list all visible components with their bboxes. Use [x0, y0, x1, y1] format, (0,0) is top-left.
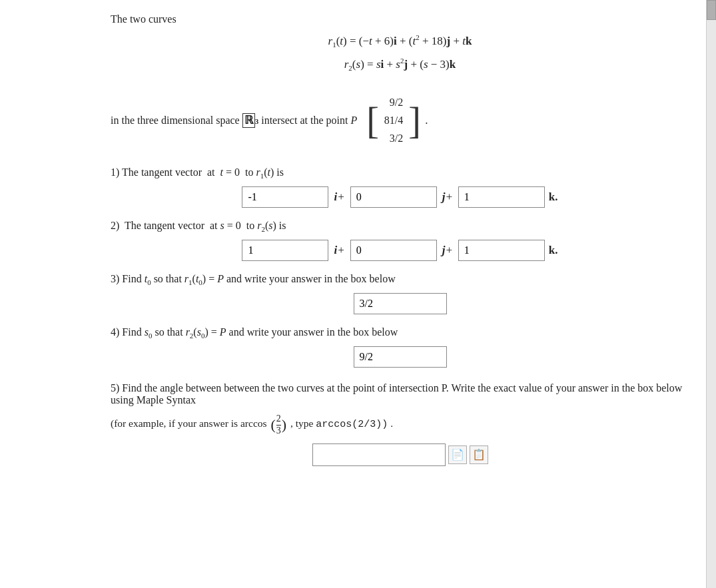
q5-example-mid: , type [290, 418, 316, 430]
matrix-row-2: 81/4 [384, 111, 403, 129]
q2-input-j[interactable] [350, 240, 437, 261]
q1-text: 1) The tangent vector at t = 0 to r1(t) … [111, 166, 284, 178]
q3-input[interactable] [354, 293, 447, 314]
curve1-math: r1(t) = (−t + 6)i + (t2 + 18)j + tk [328, 35, 472, 47]
scrollbar-thumb[interactable] [707, 0, 716, 20]
q5-monospace: arccos(2/3)) [316, 420, 388, 431]
matrix-dot: . [422, 114, 428, 127]
q2-i-label: i+ [334, 244, 344, 257]
q5-input[interactable] [312, 443, 446, 466]
q1-input-i[interactable] [242, 186, 328, 208]
curve1-equation: r1(t) = (−t + 6)i + (t2 + 18)j + tk [111, 33, 689, 49]
q2-answer-row: i+ j+ k. [111, 240, 689, 261]
q2-input-k[interactable] [458, 240, 545, 261]
matrix-block: [ 9/2 81/4 3/2 ] [365, 91, 422, 150]
curve2-math: r2(s) = si + s2j + (s − 3)k [344, 58, 456, 71]
paste-icon-button[interactable]: 📄 [448, 445, 467, 464]
space-text: in the three dimensional space [111, 115, 242, 127]
question-3: 3) Find t0 so that r1(t0) = P and write … [111, 273, 689, 286]
copy-icon-button[interactable]: 📋 [470, 445, 488, 464]
intro-text: The two curves [111, 13, 177, 25]
q3-text: 3) Find t0 so that r1(t0) = P and write … [111, 273, 396, 284]
intersect-text: intersect at the point P [258, 115, 360, 127]
matrix-left-bracket: [ [366, 102, 379, 139]
q5-frac-num: 2 [276, 414, 281, 425]
q1-j-label: j+ [442, 190, 453, 204]
q5-end: . [390, 418, 393, 430]
q1-i-label: i+ [334, 190, 344, 204]
q4-answer-row [111, 346, 689, 368]
q5-example: (for example, if your answer is arccos (… [111, 413, 689, 436]
q2-input-i[interactable] [242, 240, 328, 261]
question-5: 5) Find the angle between between the tw… [111, 382, 689, 406]
q5-fraction: ( 2 3 ) [270, 413, 286, 436]
matrix-row-1: 9/2 [390, 93, 403, 111]
space-matrix-row: in the three dimensional space ℝ3 inters… [111, 91, 689, 150]
q5-example-prefix: (for example, if your answer is arccos [111, 418, 267, 430]
q1-input-k[interactable] [458, 186, 545, 208]
q3-answer-row [111, 293, 689, 314]
q2-k-label: k. [549, 244, 558, 257]
q5-text: 5) Find the angle between between the tw… [111, 382, 682, 406]
question-1: 1) The tangent vector at t = 0 to r1(t) … [111, 166, 689, 180]
matrix-cells: 9/2 81/4 3/2 [380, 91, 407, 150]
q5-frac-den: 3 [276, 426, 281, 437]
question-4: 4) Find s0 so that r2(s0) = P and write … [111, 326, 689, 340]
matrix-right-bracket: ] [408, 102, 421, 139]
matrix-row-3: 3/2 [390, 129, 403, 147]
question-2: 2) The tangent vector at s = 0 to r2(s) … [111, 220, 689, 233]
q1-input-j[interactable] [350, 186, 437, 208]
q5-answer-row: 📄 📋 [111, 443, 689, 466]
q2-j-label: j+ [442, 244, 453, 257]
q1-answer-row: i+ j+ k. [111, 186, 689, 208]
curve2-equation: r2(s) = si + s2j + (s − 3)k [111, 57, 689, 72]
scrollbar[interactable] [706, 0, 716, 486]
q1-k-label: k. [549, 190, 558, 204]
R3-symbol: ℝ3 [242, 113, 259, 128]
q2-text: 2) The tangent vector at s = 0 to r2(s) … [111, 220, 286, 231]
q4-text: 4) Find s0 so that r2(s0) = P and write … [111, 326, 398, 338]
q4-input[interactable] [354, 346, 447, 368]
